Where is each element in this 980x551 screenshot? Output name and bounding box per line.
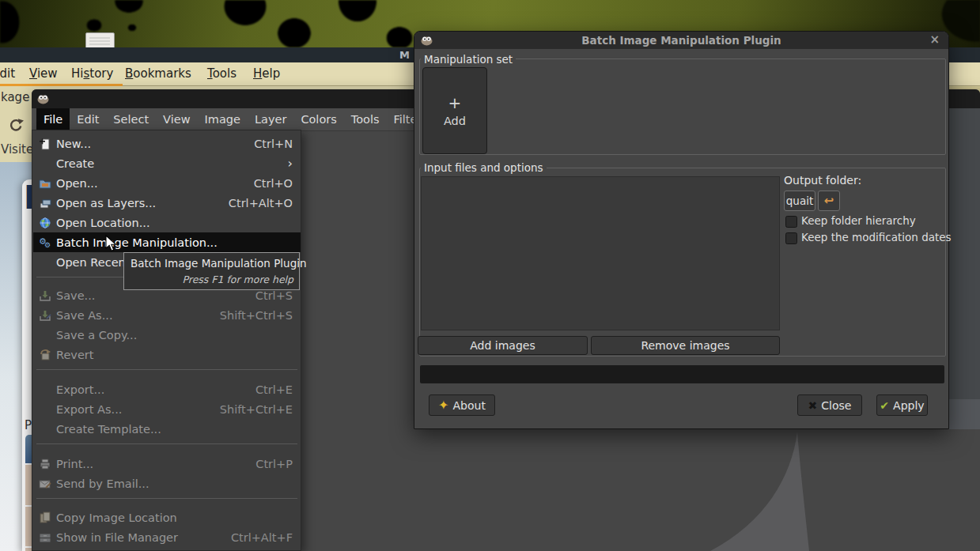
gimp-menu-layer[interactable]: Layer	[248, 108, 293, 130]
menu-separator	[36, 443, 297, 444]
copy-location-icon	[39, 511, 51, 524]
keep-modification-dates-checkbox[interactable]	[785, 232, 797, 244]
bimp-dialog-title: Batch Image Manipulation Plugin	[414, 34, 948, 47]
popup-text-line	[89, 40, 110, 42]
gimp-canvas-wilber-silhouette	[688, 429, 815, 551]
webpage-background: P P	[0, 162, 33, 551]
star-icon: ✦	[438, 398, 448, 413]
menu-separator	[36, 369, 297, 370]
firefox-left-sliver: kage Visite	[0, 86, 33, 162]
about-button[interactable]: ✦ About	[429, 394, 495, 416]
menu-item-create[interactable]: Create ›	[33, 153, 301, 173]
gimp-wilber-icon	[37, 94, 49, 104]
menu-item-copy-image-location[interactable]: Copy Image Location	[33, 508, 301, 527]
firefox-menu-bookmarks[interactable]: Bookmarks	[125, 66, 191, 81]
globe-icon	[39, 217, 51, 229]
firefox-menu-tools[interactable]: Tools	[207, 66, 236, 81]
output-folder-label: Output folder:	[784, 174, 861, 187]
keep-modification-dates-label: Keep the modification dates	[801, 231, 952, 243]
checkmark-icon: ✔	[880, 399, 889, 412]
menu-item-open-as-layers[interactable]: Open as Layers... Ctrl+Alt+O	[33, 193, 301, 213]
tooltip-help-text: Press F1 for more help	[182, 274, 293, 285]
menu-item-save-a-copy[interactable]: Save a Copy...	[33, 325, 301, 345]
menu-item-open-location[interactable]: Open Location...	[33, 213, 301, 232]
tooltip-title: Batch Image Manipulation Plugin	[131, 257, 299, 270]
apply-button[interactable]: ✔ Apply	[876, 394, 928, 416]
submenu-arrow-icon: ›	[288, 158, 293, 169]
firefox-menu-view[interactable]: View	[29, 66, 58, 81]
gimp-menu-edit[interactable]: Edit	[70, 108, 106, 130]
add-manipulation-button[interactable]: + Add	[422, 67, 487, 154]
new-document-icon	[39, 138, 51, 150]
gimp-menu-file[interactable]: File	[36, 108, 70, 130]
keep-folder-hierarchy-label: Keep folder hierarchy	[801, 214, 916, 227]
menu-item-new[interactable]: New... Ctrl+N	[33, 134, 301, 153]
menu-separator	[36, 498, 297, 499]
send-email-icon	[39, 477, 51, 490]
gimp-file-menu: New... Ctrl+N Create › Open... Ctrl+O Op…	[32, 130, 301, 551]
close-button[interactable]: ✖ Close	[797, 394, 862, 416]
keep-folder-hierarchy-checkbox[interactable]	[785, 216, 797, 228]
close-icon[interactable]: ×	[929, 32, 940, 47]
menu-item-save-as[interactable]: Save As... Shift+Ctrl+S	[33, 305, 301, 325]
add-images-button[interactable]: Add images	[418, 336, 588, 355]
save-as-icon	[39, 309, 51, 322]
menu-item-revert[interactable]: Revert	[33, 345, 301, 364]
menu-item-send-by-email[interactable]: Send by Email...	[33, 474, 301, 493]
menu-item-export-as[interactable]: Export As... Shift+Ctrl+E	[33, 399, 301, 419]
popup-text-line	[89, 37, 110, 39]
menu-item-create-template[interactable]: Create Template...	[33, 419, 301, 439]
file-manager-icon	[39, 531, 51, 544]
gimp-menu-image[interactable]: Image	[198, 108, 248, 130]
manipulation-set-legend: Manipulation set	[421, 53, 516, 66]
visited-label-partial[interactable]: Visite	[1, 142, 33, 157]
gimp-right-dock-sliver	[949, 108, 980, 399]
bimp-titlebar[interactable]: Batch Image Manipulation Plugin ×	[414, 32, 948, 49]
gimp-menu-colors[interactable]: Colors	[293, 108, 343, 130]
menu-item-batch-image-manipulation[interactable]: ⚙ ⚙ Batch Image Manipulation...	[33, 232, 301, 252]
progress-bar	[420, 365, 944, 383]
reload-icon[interactable]	[7, 116, 25, 134]
x-icon: ✖	[808, 399, 818, 412]
input-file-list[interactable]	[421, 176, 780, 330]
screen: M Edit View History Bookmarks Tools Help…	[0, 0, 980, 551]
output-folder-button[interactable]: quait	[784, 191, 815, 211]
revert-icon	[39, 349, 51, 361]
firefox-menu-edit[interactable]: Edit	[0, 66, 15, 81]
popup-text-line	[89, 43, 110, 45]
gimp-menu-select[interactable]: Select	[106, 108, 156, 130]
gimp-menu-view[interactable]: View	[156, 108, 197, 130]
firefox-menu-help[interactable]: Help	[253, 66, 280, 81]
print-icon	[39, 458, 51, 470]
gimp-right-dock-lower	[949, 399, 980, 429]
gimp-menu-tools[interactable]: Tools	[344, 108, 387, 130]
firefox-title-partial: M	[399, 49, 410, 61]
input-files-legend: Input files and options	[421, 161, 547, 174]
open-folder-icon	[39, 177, 51, 190]
undo-folder-icon[interactable]: ↩	[818, 191, 840, 211]
menu-item-open[interactable]: Open... Ctrl+O	[33, 173, 301, 193]
remove-images-button[interactable]: Remove images	[591, 336, 780, 355]
menu-item-export[interactable]: Export... Ctrl+E	[33, 379, 301, 399]
menu-item-show-in-file-manager[interactable]: Show in File Manager Ctrl+Alt+F	[33, 527, 301, 547]
bookmark-label-partial[interactable]: kage	[1, 90, 29, 104]
tooltip: Batch Image Manipulation Plugin Press F1…	[123, 252, 300, 290]
manipulation-set-frame	[419, 58, 946, 155]
plus-icon: +	[448, 95, 462, 111]
firefox-menu-history[interactable]: History	[71, 66, 113, 81]
save-icon	[39, 289, 51, 302]
menu-item-print[interactable]: Print... Ctrl+P	[33, 454, 301, 474]
open-as-layers-icon	[39, 197, 51, 209]
bimp-dialog: Batch Image Manipulation Plugin × Manipu…	[414, 31, 949, 429]
webpage-text-letter: P	[25, 418, 32, 432]
gears-icon: ⚙ ⚙	[39, 236, 51, 249]
mouse-cursor	[105, 235, 120, 252]
